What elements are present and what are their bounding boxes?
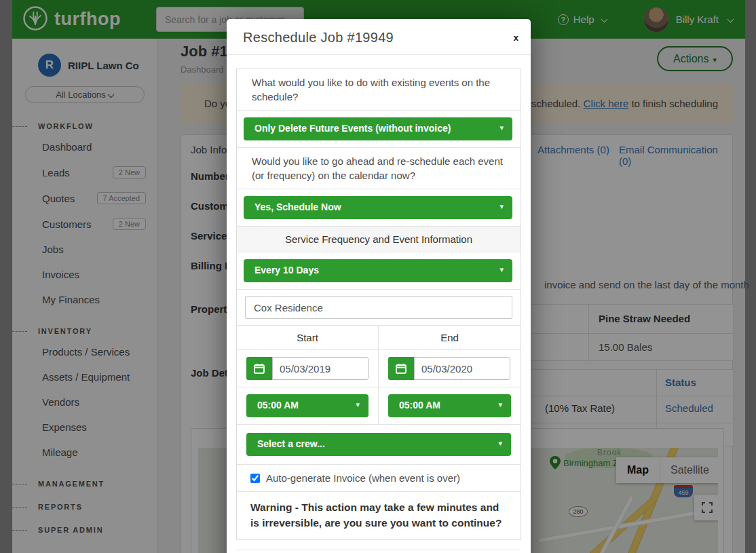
reschedule-form: What would you like to do with existing … xyxy=(236,69,521,540)
existing-events-question: What would you like to do with existing … xyxy=(237,69,521,111)
modal-body: What would you like to do with existing … xyxy=(227,55,531,553)
reschedule-question: Would you like to go ahead and re-schedu… xyxy=(237,148,521,189)
end-time-select[interactable]: 05:00 AM ▾ xyxy=(388,394,511,417)
calendar-icon xyxy=(396,363,407,374)
caret-down-icon: ▾ xyxy=(499,265,504,274)
existing-events-select[interactable]: Only Delete Future Events (without invoi… xyxy=(244,117,512,140)
modal-title: Reschedule Job #19949 xyxy=(243,30,394,45)
reschedule-now-select[interactable]: Yes, Schedule Now ▾ xyxy=(244,196,512,219)
caret-down-icon: ▾ xyxy=(498,439,502,448)
end-date-input[interactable] xyxy=(414,357,510,380)
start-date-input[interactable] xyxy=(272,357,368,380)
start-end-grid: Start End 05:00 AM xyxy=(237,326,521,425)
caret-down-icon: ▾ xyxy=(498,400,502,409)
start-date-row xyxy=(237,350,379,387)
start-calendar-button[interactable] xyxy=(246,357,272,380)
existing-events-row: Only Delete Future Events (without invoi… xyxy=(237,111,521,148)
start-time-select[interactable]: 05:00 AM ▾ xyxy=(246,394,368,417)
crew-select[interactable]: Select a crew... ▾ xyxy=(246,433,511,456)
frequency-row: Every 10 Days ▾ xyxy=(237,252,521,290)
modal-header: Reschedule Job #19949 x xyxy=(227,19,531,55)
calendar-icon xyxy=(254,363,265,374)
caret-down-icon: ▾ xyxy=(499,202,504,211)
crew-row: Select a crew... ▾ xyxy=(237,425,521,465)
close-icon[interactable]: x xyxy=(514,33,518,43)
caret-down-icon: ▾ xyxy=(499,123,504,132)
autogenerate-invoice-checkbox[interactable] xyxy=(250,474,260,483)
modal-footer: Save Close xyxy=(236,550,521,553)
caret-down-icon: ▾ xyxy=(356,400,360,409)
reschedule-now-row: Yes, Schedule Now ▾ xyxy=(237,189,521,227)
warning-text: Warning - This action may take a few min… xyxy=(237,492,521,539)
reschedule-job-modal: Reschedule Job #19949 x What would you l… xyxy=(227,19,531,553)
end-date-row xyxy=(379,350,521,387)
frequency-section-header: Service Frequency and Event Information xyxy=(237,227,521,252)
autogenerate-invoice-row: Auto-generate Invoice (when event is ove… xyxy=(237,465,521,492)
start-column-header: Start xyxy=(237,326,379,350)
frequency-select[interactable]: Every 10 Days ▾ xyxy=(244,259,512,282)
end-column-header: End xyxy=(379,326,521,350)
start-time-row: 05:00 AM ▾ xyxy=(237,387,379,425)
end-time-row: 05:00 AM ▾ xyxy=(379,387,521,425)
event-name-row xyxy=(237,290,521,326)
end-calendar-button[interactable] xyxy=(388,357,414,380)
event-name-input[interactable] xyxy=(245,296,512,319)
autogenerate-invoice-label: Auto-generate Invoice (when event is ove… xyxy=(266,472,460,484)
